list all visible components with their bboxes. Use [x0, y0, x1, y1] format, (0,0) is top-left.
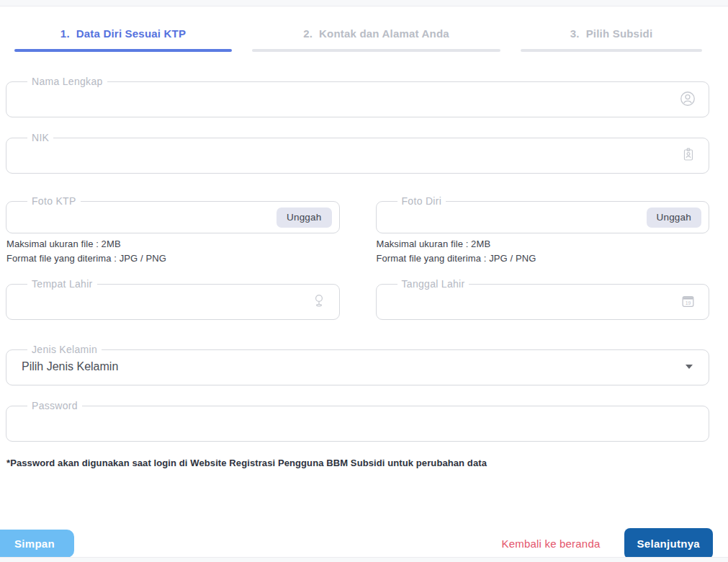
foto-diri-group: Foto Diri Unggah Maksimal ukuran file : …	[376, 195, 710, 264]
tanggal-lahir-field: Tanggal Lahir 19	[376, 278, 710, 320]
birth-row: Tempat Lahir Tanggal Lahir	[6, 278, 709, 320]
step-text: Pilih Subsidi	[586, 27, 653, 40]
step-number: 3.	[570, 27, 580, 40]
tab-pilih-subsidi[interactable]: 3. Pilih Subsidi	[521, 27, 702, 52]
registration-form: Nama Lengkap NIK	[6, 76, 709, 468]
tanggal-lahir-label: Tanggal Lahir	[397, 278, 469, 290]
tab-pilih-subsidi-label: 3. Pilih Subsidi	[570, 27, 653, 40]
step-text: Data Diri Sesuai KTP	[76, 27, 186, 40]
step-underline	[252, 49, 500, 52]
password-usage-note: *Password akan digunakan saat login di W…	[6, 458, 709, 468]
jenis-kelamin-selected-value: Pilih Jenis Kelamin	[17, 360, 686, 373]
password-field: Password	[6, 400, 709, 442]
nama-lengkap-input[interactable]	[17, 87, 680, 110]
next-button[interactable]: Selanjutnya	[624, 528, 714, 559]
foto-diri-max-size-note: Maksimal ukuran file : 2MB	[377, 238, 710, 250]
save-button[interactable]: Simpan	[0, 530, 74, 558]
jenis-kelamin-label: Jenis Kelamin	[27, 344, 102, 355]
tab-data-diri[interactable]: 1. Data Diri Sesuai KTP	[14, 27, 232, 52]
password-label: Password	[27, 400, 82, 411]
jenis-kelamin-select[interactable]: Pilih Jenis Kelamin	[17, 355, 698, 378]
nama-lengkap-label: Nama Lengkap	[27, 76, 107, 87]
tab-data-diri-label: 1. Data Diri Sesuai KTP	[60, 27, 186, 40]
id-card-icon	[681, 147, 698, 163]
nik-field: NIK	[6, 132, 709, 174]
active-step-underline	[14, 49, 232, 52]
bottom-page-edge	[0, 557, 728, 562]
registration-stepper: 1. Data Diri Sesuai KTP 2. Kontak dan Al…	[14, 27, 702, 52]
tanggal-lahir-input[interactable]	[387, 290, 681, 313]
tab-kontak-alamat-label: 2. Kontak dan Alamat Anda	[303, 27, 449, 40]
foto-ktp-group: Foto KTP Unggah Maksimal ukuran file : 2…	[6, 195, 340, 264]
tab-kontak-alamat[interactable]: 2. Kontak dan Alamat Anda	[252, 27, 500, 52]
foto-ktp-max-size-note: Maksimal ukuran file : 2MB	[6, 238, 340, 250]
foto-diri-filename-input[interactable]	[387, 208, 647, 228]
calendar-day-number: 19	[686, 300, 691, 305]
map-pin-icon	[312, 293, 329, 309]
tempat-lahir-input[interactable]	[17, 290, 312, 313]
tempat-lahir-label: Tempat Lahir	[27, 278, 97, 290]
foto-ktp-format-note: Format file yang diterima : JPG / PNG	[6, 252, 340, 264]
foto-diri-format-note: Format file yang diterima : JPG / PNG	[377, 252, 710, 264]
step-number: 1.	[60, 27, 70, 40]
foto-ktp-field: Foto KTP Unggah	[6, 195, 340, 233]
calendar-icon[interactable]: 19	[680, 294, 698, 309]
foto-ktp-label: Foto KTP	[27, 195, 81, 207]
password-input[interactable]	[17, 411, 698, 434]
nik-input[interactable]	[17, 143, 681, 166]
nama-lengkap-field: Nama Lengkap	[6, 76, 709, 117]
step-underline	[521, 49, 702, 52]
nik-label: NIK	[27, 132, 53, 143]
back-to-home-link[interactable]: Kembali ke beranda	[501, 538, 600, 550]
foto-ktp-upload-button[interactable]: Unggah	[277, 208, 332, 228]
chevron-down-icon	[686, 365, 693, 369]
photo-upload-row: Foto KTP Unggah Maksimal ukuran file : 2…	[6, 195, 709, 264]
top-header-edge	[0, 0, 728, 6]
person-circle-icon	[680, 91, 698, 107]
tempat-lahir-field: Tempat Lahir	[6, 278, 340, 320]
jenis-kelamin-field: Jenis Kelamin Pilih Jenis Kelamin	[6, 344, 709, 385]
foto-ktp-filename-input[interactable]	[17, 208, 277, 228]
foto-diri-field: Foto Diri Unggah	[376, 195, 710, 233]
step-text: Kontak dan Alamat Anda	[319, 27, 449, 40]
form-footer: Simpan Kembali ke beranda Selanjutnya	[0, 528, 728, 559]
step-number: 2.	[303, 27, 313, 40]
foto-diri-upload-button[interactable]: Unggah	[647, 208, 702, 228]
foto-diri-label: Foto Diri	[397, 195, 446, 207]
